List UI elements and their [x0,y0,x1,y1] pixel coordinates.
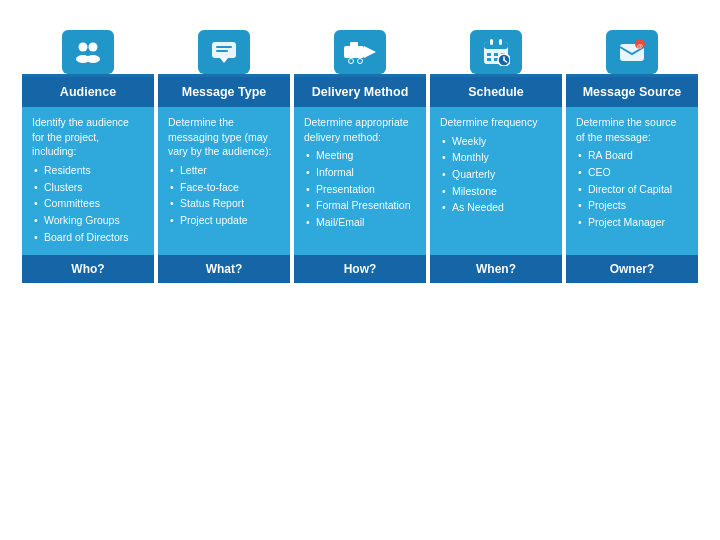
message-source-footer: Owner? [566,255,698,283]
list-item: Director of Capital [578,182,688,197]
list-item: Monthly [442,150,552,165]
list-item: As Needed [442,200,552,215]
delivery-icon [334,30,386,74]
message-type-header: Message Type [158,77,290,107]
column-message-type: Message TypeDetermine the messaging type… [158,30,290,283]
svg-rect-5 [216,46,232,48]
people-icon [62,30,114,74]
message-type-footer: What? [158,255,290,283]
svg-rect-15 [499,39,502,45]
message-source-content: Determine the source of the message:RA B… [566,107,698,255]
delivery-method-header: Delivery Method [294,77,426,107]
svg-point-10 [358,59,363,64]
schedule-footer: When? [430,255,562,283]
svg-point-3 [86,55,100,63]
schedule-icon [470,30,522,74]
list-item: Weekly [442,134,552,149]
list-item: Meeting [306,148,416,163]
list-item: Committees [34,196,144,211]
schedule-list: WeeklyMonthlyQuarterlyMilestoneAs Needed [440,134,552,215]
list-item: Working Groups [34,213,144,228]
message-type-list: LetterFace-to-faceStatus ReportProject u… [168,163,280,228]
schedule-header: Schedule [430,77,562,107]
list-item: Project update [170,213,280,228]
list-item: Face-to-face [170,180,280,195]
delivery-method-content: Determine appropriate delivery method:Me… [294,107,426,255]
svg-rect-14 [490,39,493,45]
column-message-source: @ Message SourceDetermine the source of … [566,30,698,283]
message-source-intro: Determine the source of the message: [576,115,688,144]
audience-list: ResidentsClustersCommitteesWorking Group… [32,163,144,244]
svg-rect-6 [216,50,228,52]
list-item: Presentation [306,182,416,197]
list-item: Projects [578,198,688,213]
svg-point-1 [89,43,98,52]
list-item: RA Board [578,148,688,163]
column-delivery-method: Delivery MethodDetermine appropriate del… [294,30,426,283]
schedule-intro: Determine frequency [440,115,552,130]
list-item: Letter [170,163,280,178]
list-item: Clusters [34,180,144,195]
svg-rect-16 [487,53,491,56]
message-source-header: Message Source [566,77,698,107]
columns-container: AudienceIdentify the audience for the pr… [22,30,698,283]
column-schedule: ScheduleDetermine frequencyWeeklyMonthly… [430,30,562,283]
message-type-intro: Determine the messaging type (may vary b… [168,115,280,159]
schedule-content: Determine frequencyWeeklyMonthlyQuarterl… [430,107,562,255]
svg-rect-11 [350,42,358,47]
svg-rect-19 [487,58,491,61]
list-item: Quarterly [442,167,552,182]
audience-header: Audience [22,77,154,107]
list-item: Status Report [170,196,280,211]
audience-intro: Identify the audience for the project, i… [32,115,144,159]
svg-text:@: @ [637,43,643,49]
svg-rect-13 [484,42,508,49]
list-item: Formal Presentation [306,198,416,213]
message-icon [198,30,250,74]
list-item: Project Manager [578,215,688,230]
list-item: Milestone [442,184,552,199]
list-item: Board of Directors [34,230,144,245]
audience-content: Identify the audience for the project, i… [22,107,154,255]
column-audience: AudienceIdentify the audience for the pr… [22,30,154,283]
svg-marker-8 [364,46,376,58]
delivery-method-list: MeetingInformalPresentationFormal Presen… [304,148,416,229]
message-source-list: RA BoardCEODirector of CapitalProjectsPr… [576,148,688,229]
list-item: CEO [578,165,688,180]
delivery-method-footer: How? [294,255,426,283]
email-icon: @ [606,30,658,74]
svg-point-9 [349,59,354,64]
list-item: Informal [306,165,416,180]
svg-rect-17 [494,53,498,56]
message-type-content: Determine the messaging type (may vary b… [158,107,290,255]
audience-footer: Who? [22,255,154,283]
svg-rect-7 [344,46,364,58]
list-item: Residents [34,163,144,178]
svg-point-0 [79,43,88,52]
list-item: Mail/Email [306,215,416,230]
delivery-method-intro: Determine appropriate delivery method: [304,115,416,144]
